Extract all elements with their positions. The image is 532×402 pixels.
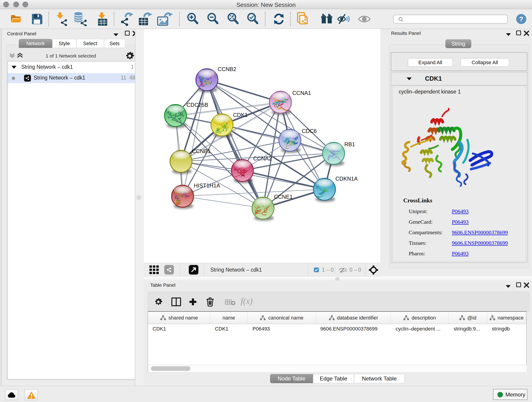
svg-text:CCNB2: CCNB2 [218, 66, 236, 72]
svg-text:CCNE1: CCNE1 [274, 194, 293, 200]
svg-text:CCNB1: CCNB1 [192, 148, 210, 154]
svg-text:CCNA2: CCNA2 [253, 155, 272, 162]
svg-text:HIST1H1A: HIST1H1A [194, 182, 220, 189]
svg-text:CCNA1: CCNA1 [292, 90, 311, 96]
svg-text:CDC6: CDC6 [302, 128, 317, 134]
svg-text:CDK1: CDK1 [233, 112, 248, 118]
svg-text:CDKN1A: CDKN1A [336, 176, 358, 182]
svg-text:CDC25B: CDC25B [186, 102, 208, 108]
svg-text:RB1: RB1 [344, 141, 355, 147]
